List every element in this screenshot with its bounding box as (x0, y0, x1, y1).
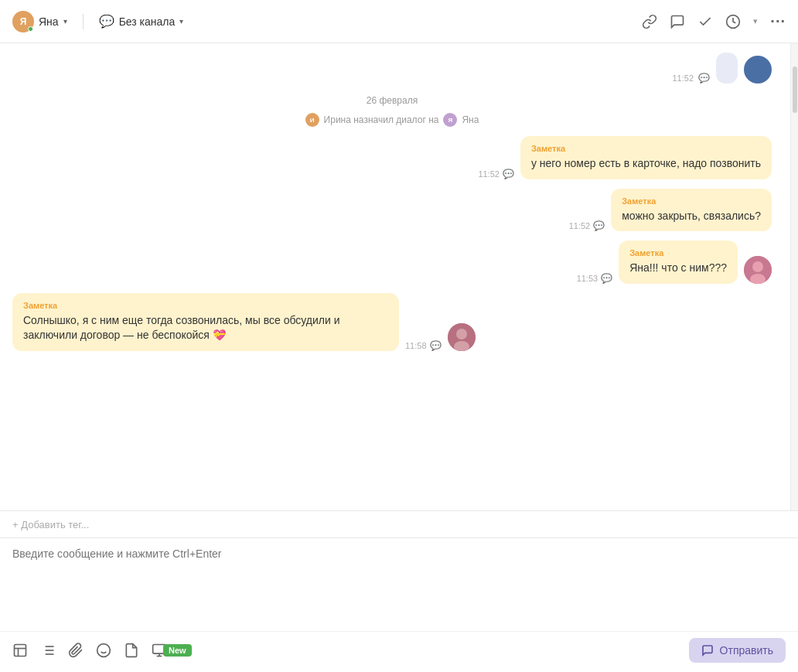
sender-avatar-4 (448, 323, 476, 351)
reply-icon-1[interactable]: 💬 (503, 169, 514, 179)
system-message-text: Ирина назначил диалог на (324, 114, 439, 125)
partial-time: 11:52 (672, 73, 694, 83)
message-time-4: 11:58 (405, 341, 427, 350)
reply-icon-2[interactable]: 💬 (593, 220, 605, 231)
note-text-2: можно закрыть, связались? (622, 210, 761, 222)
reply-header-icon[interactable] (670, 14, 685, 29)
note-bubble-4: Заметка Солнышко, я с ним еще тогда созв… (12, 293, 399, 351)
partial-bubble (716, 53, 738, 84)
date-separator-text: 26 февраля (360, 95, 424, 106)
header-divider (83, 14, 84, 29)
table-row: 11:52 💬 Заметка можно закрыть, связались… (12, 189, 772, 232)
sender-avatar-3 (744, 256, 772, 284)
header-channel[interactable]: 💬 Без канала ▾ (99, 14, 184, 29)
svg-point-5 (456, 329, 467, 339)
message-meta-1: 11:52 💬 (478, 169, 514, 179)
message-meta-4: 11:58 💬 (405, 340, 442, 351)
clock-icon[interactable] (725, 14, 741, 29)
reply-icon-4[interactable]: 💬 (430, 340, 442, 351)
note-bubble-1: Заметка у него номер есть в карточке, на… (520, 136, 772, 179)
clock-chevron-icon: ▾ (753, 16, 758, 26)
date-separator: 26 февраля (12, 93, 772, 107)
notepad-icon[interactable] (124, 643, 139, 658)
system-message-yana: Яна (462, 114, 479, 125)
note-bubble-3: Заметка Яна!!! что с ним??? (619, 240, 738, 284)
channel-name: Без канала (119, 15, 176, 28)
emoji-icon[interactable] (96, 643, 111, 658)
message-meta-3: 11:53 💬 (577, 273, 613, 284)
input-area (0, 538, 798, 631)
system-avatar-irina: И (305, 113, 319, 127)
send-button-label: Отправить (720, 644, 773, 657)
toolbar: New Отправить (0, 631, 798, 672)
attachment-icon[interactable] (68, 643, 84, 658)
note-label-1: Заметка (531, 144, 761, 153)
note-text-3: Яна!!! что с ним??? (629, 261, 727, 274)
message-time-2: 11:52 (569, 221, 591, 230)
scrollbar-track[interactable] (790, 43, 798, 510)
table-row: Заметка Солнышко, я с ним еще тогда созв… (12, 293, 772, 351)
system-avatar-yana: Я (443, 113, 457, 127)
note-label-4: Заметка (23, 301, 388, 310)
tags-area: + Добавить тег... (0, 510, 798, 538)
svg-point-2 (752, 261, 763, 272)
note-text-1: у него номер есть в карточке, надо позво… (531, 157, 761, 169)
header-left: Я Яна ▾ 💬 Без канала ▾ (12, 11, 642, 32)
partial-message-row: 11:52 💬 (12, 53, 772, 84)
scrollbar-thumb[interactable] (793, 67, 797, 113)
messages-wrapper: 11:52 💬 26 февраля И Ирина назначил диал… (0, 43, 798, 510)
user-chevron-icon: ▾ (63, 17, 67, 26)
note-label-2: Заметка (622, 196, 761, 206)
crm-icon-wrapper[interactable]: New (152, 643, 192, 658)
note-label-3: Заметка (629, 248, 727, 258)
message-time-1: 11:52 (478, 169, 500, 179)
send-button[interactable]: Отправить (689, 638, 786, 663)
list-icon[interactable] (40, 643, 56, 658)
table-row: 11:52 💬 Заметка у него номер есть в карт… (12, 136, 772, 179)
svg-rect-7 (15, 645, 26, 657)
note-bubble-2: Заметка можно закрыть, связались? (611, 189, 772, 232)
more-options-button[interactable]: ··· (770, 12, 786, 30)
header-actions: ▾ ··· (642, 12, 786, 30)
svg-point-16 (97, 644, 111, 657)
reply-icon-3[interactable]: 💬 (601, 273, 612, 284)
user-name: Яна (39, 15, 59, 28)
link-icon[interactable] (642, 14, 657, 29)
check-icon[interactable] (697, 14, 713, 29)
note-text-4: Солнышко, я с ним еще тогда созвонилась,… (23, 314, 340, 342)
header: Я Яна ▾ 💬 Без канала ▾ (0, 0, 798, 43)
toolbar-left: New (12, 643, 689, 658)
table-row: 11:53 💬 Заметка Яна!!! что с ним??? (12, 240, 772, 284)
message-input[interactable] (12, 547, 786, 609)
partial-reply-icon[interactable]: 💬 (698, 73, 710, 84)
message-meta-2: 11:52 💬 (569, 220, 605, 231)
note-icon[interactable] (12, 643, 28, 658)
message-time-3: 11:53 (577, 274, 598, 283)
partial-avatar (744, 56, 772, 84)
tags-placeholder[interactable]: + Добавить тег... (12, 519, 89, 530)
channel-chat-icon: 💬 (99, 14, 114, 29)
system-message: И Ирина назначил диалог на Я Яна (12, 113, 772, 127)
online-indicator (28, 26, 33, 32)
new-badge: New (163, 644, 192, 657)
channel-chevron-icon: ▾ (179, 17, 183, 26)
header-user[interactable]: Я Яна ▾ (12, 11, 67, 32)
messages-area: 11:52 💬 26 февраля И Ирина назначил диал… (0, 43, 790, 510)
user-avatar: Я (12, 11, 34, 32)
